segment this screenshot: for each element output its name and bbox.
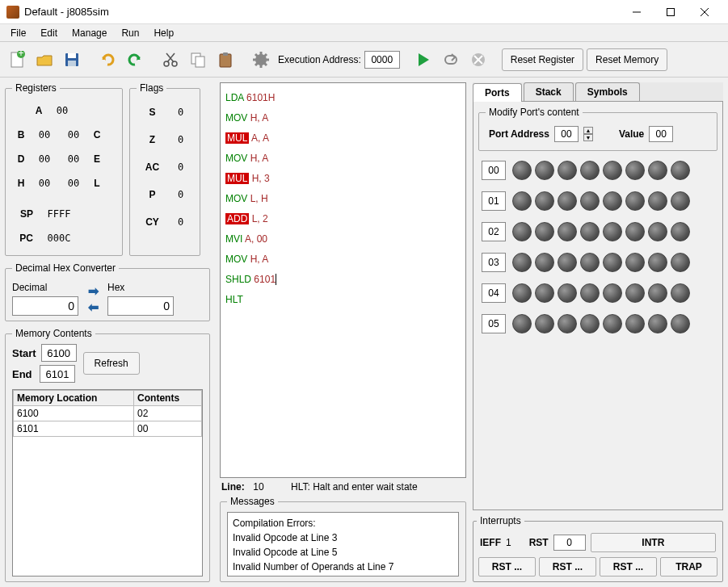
led-bit[interactable] [671,283,690,303]
decimal-input[interactable] [12,296,78,316]
led-bit[interactable] [558,314,577,333]
menu-run[interactable]: Run [114,26,146,40]
table-row[interactable]: 610100 [14,421,202,437]
led-bit[interactable] [625,222,645,241]
copy-icon[interactable] [186,48,210,72]
led-bit[interactable] [558,253,577,272]
led-bit[interactable] [603,314,622,333]
led-bit[interactable] [535,283,554,303]
led-bit[interactable] [512,161,532,180]
led-bit[interactable] [625,161,645,180]
port-row: 03 [478,253,717,272]
to-hex-icon[interactable]: ➡ [83,283,103,298]
led-bit[interactable] [558,222,577,241]
led-bit[interactable] [512,222,532,241]
port-addr-spinner[interactable]: ▲▼ [583,127,593,141]
led-bit[interactable] [603,253,622,272]
paste-icon[interactable] [213,48,238,72]
mem-start-input[interactable] [41,344,77,362]
led-bit[interactable] [603,222,622,241]
refresh-button[interactable]: Refresh [83,352,140,375]
led-bit[interactable] [648,283,667,303]
led-bit[interactable] [648,314,667,333]
led-bit[interactable] [512,314,532,333]
reset-memory-button[interactable]: Reset Memory [587,48,667,71]
led-bit[interactable] [535,253,554,272]
led-bit[interactable] [512,283,532,303]
maximize-button[interactable] [654,2,688,23]
led-bit[interactable] [580,283,600,303]
rst2-button[interactable]: RST ... [539,557,596,577]
led-bit[interactable] [603,191,622,211]
tab-stack[interactable]: Stack [524,82,574,101]
port-address: 01 [482,191,506,211]
open-icon[interactable] [32,48,57,72]
led-bit[interactable] [580,222,600,241]
led-bit[interactable] [671,222,690,241]
led-bit[interactable] [535,161,554,180]
led-bit[interactable] [625,253,645,272]
tab-symbols[interactable]: Symbols [575,82,640,101]
reset-register-button[interactable]: Reset Register [502,48,583,71]
led-bit[interactable] [512,191,532,211]
intr-button[interactable]: INTR [591,533,716,552]
led-bit[interactable] [535,222,554,241]
new-icon[interactable]: + [5,48,29,72]
step-icon[interactable] [439,48,463,72]
menu-file[interactable]: File [3,26,33,40]
led-bit[interactable] [648,191,667,211]
hex-input[interactable] [107,296,174,316]
mem-end-input[interactable] [40,365,75,383]
led-bit[interactable] [648,161,667,180]
minimize-button[interactable] [620,2,654,23]
led-bit[interactable] [648,222,667,241]
undo-icon[interactable] [95,48,120,72]
led-bit[interactable] [580,253,600,272]
rst-input[interactable] [553,535,586,551]
led-bit[interactable] [625,283,645,303]
exec-addr-input[interactable] [364,51,400,69]
close-button[interactable] [688,2,722,23]
table-row[interactable]: 610002 [14,406,202,421]
cut-icon[interactable] [158,48,183,72]
menu-manage[interactable]: Manage [65,26,114,40]
run-icon[interactable] [411,48,436,72]
led-bit[interactable] [671,253,690,272]
redo-icon[interactable] [123,48,147,72]
port-value-input[interactable] [649,126,673,142]
rst1-button[interactable]: RST ... [478,557,536,577]
port-addr-input[interactable] [554,126,579,142]
led-bit[interactable] [603,283,622,303]
modify-port-panel: Modify Port's content Port Address ▲▼ Va… [478,107,717,151]
led-bit[interactable] [558,191,577,211]
settings-icon[interactable] [249,48,273,72]
code-editor[interactable]: LDA 6101HMOV H, AMUL A, AMOV H, AMUL H, … [220,82,466,478]
to-dec-icon[interactable]: ⬅ [83,300,103,314]
stop-icon[interactable] [466,48,490,72]
messages-text: Compilation Errors:Invalid Opcode at Lin… [227,512,459,577]
menu-help[interactable]: Help [146,26,181,40]
trap-button[interactable]: TRAP [660,557,717,577]
tab-ports[interactable]: Ports [473,83,522,102]
led-bit[interactable] [580,161,600,180]
led-bit[interactable] [558,283,577,303]
svg-rect-16 [220,54,231,67]
led-bit[interactable] [535,191,554,211]
save-icon[interactable] [60,48,84,72]
led-bit[interactable] [625,314,645,333]
led-bit[interactable] [648,253,667,272]
rst3-button[interactable]: RST ... [600,557,657,577]
led-bit[interactable] [535,314,554,333]
led-bit[interactable] [671,191,690,211]
led-bit[interactable] [580,314,600,333]
led-bit[interactable] [603,161,622,180]
menu-edit[interactable]: Edit [33,26,65,40]
led-bit[interactable] [512,253,532,272]
led-bit[interactable] [671,314,690,333]
led-bit[interactable] [580,191,600,211]
led-bit[interactable] [671,161,690,180]
led-bit[interactable] [625,191,645,211]
status-line-no: 10 [253,481,263,493]
led-bit[interactable] [558,161,577,180]
opcode: MOV [225,254,247,265]
